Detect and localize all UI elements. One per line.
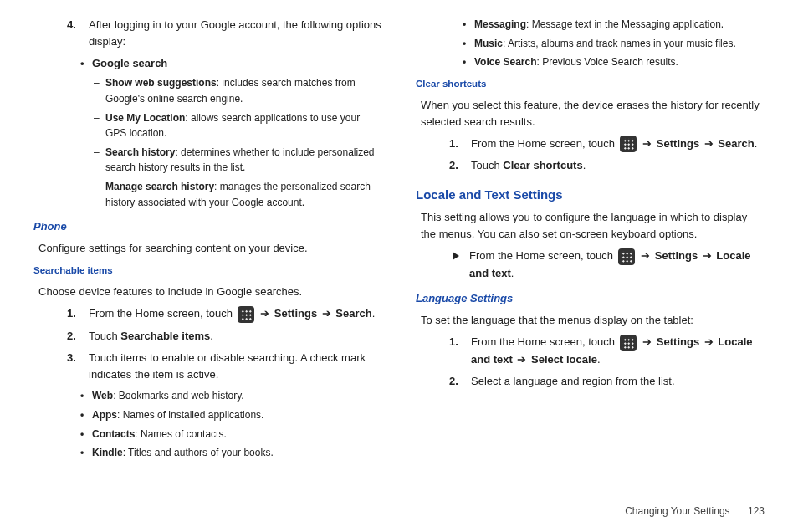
page-number: 123	[748, 505, 765, 517]
bullet-voice-search: • Voice Search: Previous Voice Search re…	[463, 54, 765, 70]
bullet-mark: •	[80, 427, 92, 442]
bullet-label: Google search	[92, 55, 167, 72]
page-content: 4. After logging in to your Google accou…	[0, 0, 798, 498]
arrow-icon: ➔	[322, 307, 331, 320]
step-number: 3.	[67, 350, 89, 383]
dash-body: Manage search history: manages the perso…	[105, 179, 382, 210]
step-body: From the Home screen, touch ➔ Settings ➔…	[469, 248, 765, 282]
heading-language: Language Settings	[416, 290, 765, 307]
dash-show-web: – Show web suggestions: includes search …	[94, 75, 382, 106]
footer-section: Changing Your Settings	[625, 505, 729, 517]
bullet-mark: •	[463, 17, 474, 33]
step-body: Touch Clear shortcuts.	[471, 157, 765, 174]
bullet-kindle: • Kindle: Titles and authors of your boo…	[80, 445, 382, 461]
arrow-icon: ➔	[517, 353, 526, 366]
bullet-body: Apps: Names of installed applications.	[92, 407, 263, 423]
step-number: 2.	[449, 157, 471, 174]
bullet-body: Contacts: Names of contacts.	[92, 427, 227, 442]
clear-step-2: 2. Touch Clear shortcuts.	[449, 157, 765, 174]
step-number: 4.	[67, 17, 89, 50]
locale-para: This setting allows you to configure the…	[421, 209, 765, 243]
bullet-music: • Music: Artists, albums and track names…	[463, 36, 765, 52]
apps-grid-icon	[620, 335, 637, 351]
dash-mark: –	[94, 110, 105, 141]
step-text: After logging in to your Google account,…	[89, 17, 382, 50]
arrow-icon: ➔	[642, 137, 652, 150]
searchable-step-3: 3. Touch items to enable or disable sear…	[67, 350, 382, 383]
step-number: 2.	[449, 373, 471, 390]
step-number: 1.	[449, 136, 471, 153]
step-body: From the Home screen, touch ➔ Settings ➔…	[471, 334, 765, 368]
step-body: From the Home screen, touch ➔ Settings ➔…	[89, 305, 382, 323]
bullet-body: Kindle: Titles and authors of your books…	[92, 445, 274, 461]
bullet-body: Messaging: Message text in the Messaging…	[474, 17, 724, 33]
heading-phone: Phone	[33, 218, 382, 235]
triangle-icon	[453, 252, 459, 260]
lang-step-2: 2. Select a language and region from the…	[449, 373, 765, 390]
arrow-icon: ➔	[704, 335, 714, 348]
apps-grid-icon	[238, 306, 254, 323]
apps-grid-icon	[618, 248, 635, 265]
heading-locale-text: Locale and Text Settings	[416, 185, 765, 204]
left-column: 4. After logging in to your Google accou…	[33, 17, 382, 464]
bullet-body: Web: Bookmarks and web history.	[92, 388, 244, 404]
apps-grid-icon	[620, 136, 637, 152]
page-footer: Changing Your Settings 123	[625, 505, 765, 517]
bullet-mark: •	[80, 407, 92, 423]
step-body: Select a language and region from the li…	[471, 373, 765, 390]
step-number: 2.	[67, 328, 89, 345]
dash-mark: –	[94, 145, 105, 176]
bullet-body: Voice Search: Previous Voice Search resu…	[474, 54, 678, 70]
bullet-mark: •	[80, 445, 92, 461]
step-body: Touch Searchable items.	[89, 328, 382, 345]
step-body: Touch items to enable or disable searchi…	[89, 350, 382, 383]
arrow-icon: ➔	[703, 249, 712, 262]
dash-manage-history: – Manage search history: manages the per…	[94, 179, 382, 210]
arrow-icon: ➔	[704, 137, 714, 150]
bullet-google-search: • Google search	[80, 55, 382, 72]
searchable-step-2: 2. Touch Searchable items.	[67, 328, 382, 345]
clear-step-1: 1. From the Home screen, touch ➔ Setting…	[449, 136, 765, 153]
locale-step: From the Home screen, touch ➔ Settings ➔…	[449, 248, 765, 282]
step-body: From the Home screen, touch ➔ Settings ➔…	[471, 136, 765, 153]
bullet-web: • Web: Bookmarks and web history.	[80, 388, 382, 404]
dash-body: Search history: determines whether to in…	[105, 145, 382, 176]
dash-mark: –	[94, 75, 105, 106]
lang-step-1: 1. From the Home screen, touch ➔ Setting…	[449, 334, 765, 368]
arrow-icon: ➔	[641, 249, 650, 262]
bullet-contacts: • Contacts: Names of contacts.	[80, 427, 382, 442]
arrow-icon: ➔	[260, 307, 269, 320]
right-column: • Messaging: Message text in the Messagi…	[416, 17, 765, 464]
step-number: 1.	[67, 305, 89, 323]
step-4: 4. After logging in to your Google accou…	[67, 17, 382, 50]
searchable-para: Choose device features to include in Goo…	[38, 284, 382, 300]
dash-use-location: – Use My Location: allows search applica…	[94, 110, 382, 141]
bullet-body: Music: Artists, albums and track names i…	[474, 36, 736, 52]
dash-mark: –	[94, 179, 105, 210]
arrow-icon: ➔	[642, 335, 652, 348]
lang-para: To set the language that the menus displ…	[421, 312, 765, 329]
clear-para: When you select this feature, the device…	[421, 97, 765, 130]
phone-para: Configure settings for searching content…	[38, 240, 382, 257]
searchable-step-1: 1. From the Home screen, touch ➔ Setting…	[67, 305, 382, 323]
bullet-mark: •	[463, 54, 474, 70]
bullet-messaging: • Messaging: Message text in the Messagi…	[463, 17, 765, 33]
step-number: 1.	[449, 334, 471, 368]
bullet-mark: •	[80, 388, 92, 404]
bullet-mark: •	[463, 36, 474, 52]
dash-body: Use My Location: allows search applicati…	[105, 110, 382, 141]
heading-searchable: Searchable items	[33, 263, 382, 279]
heading-clear-shortcuts: Clear shortcuts	[416, 77, 765, 92]
bullet-mark: •	[80, 55, 92, 72]
bullet-apps: • Apps: Names of installed applications.	[80, 407, 382, 423]
dash-body: Show web suggestions: includes search ma…	[105, 75, 382, 106]
dash-search-history: – Search history: determines whether to …	[94, 145, 382, 176]
